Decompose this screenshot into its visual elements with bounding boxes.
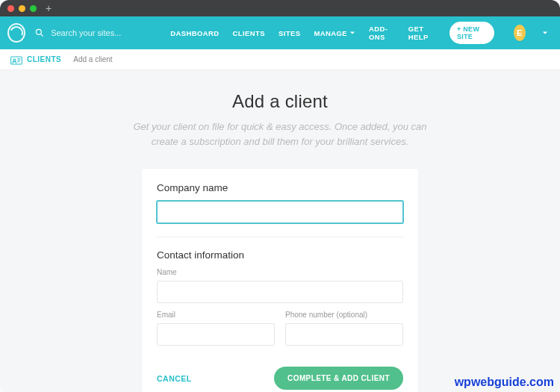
watermark: wpwebguide.com [455, 376, 554, 389]
browser-window: + DASHBOARD CLIENTS SITES MANAGE ADD-ONS… [0, 0, 560, 392]
breadcrumb-root[interactable]: CLIENTS [10, 55, 61, 65]
form-actions: CANCEL COMPLETE & ADD CLIENT [157, 362, 403, 390]
brand-logo-icon[interactable] [7, 23, 25, 43]
chevron-down-icon[interactable] [542, 30, 548, 36]
site-search [34, 28, 170, 38]
phone-input[interactable] [285, 323, 403, 346]
window-close-dot[interactable] [7, 5, 14, 12]
svg-point-3 [13, 59, 16, 61]
nav-manage[interactable]: MANAGE [314, 29, 355, 37]
page-title: Add a client [0, 91, 560, 112]
svg-line-1 [41, 34, 43, 37]
window-minimize-dot[interactable] [19, 5, 25, 12]
phone-label: Phone number (optional) [285, 311, 403, 319]
search-icon [34, 28, 51, 38]
email-input[interactable] [157, 323, 275, 346]
name-label: Name [157, 268, 403, 276]
window-titlebar: + [0, 0, 560, 16]
breadcrumb: CLIENTS Add a client [0, 49, 560, 70]
subtitle-line2: create a subscription and bill them for … [152, 136, 409, 147]
section-company-title: Company name [157, 182, 403, 193]
email-label: Email [157, 311, 275, 319]
new-tab-icon[interactable]: + [46, 3, 52, 13]
clients-icon [10, 55, 22, 65]
nav-sites[interactable]: SITES [279, 29, 300, 37]
cancel-button[interactable]: CANCEL [157, 374, 192, 383]
app-topbar: DASHBOARD CLIENTS SITES MANAGE ADD-ONS G… [0, 16, 560, 49]
section-contact-title: Contact information [157, 249, 403, 261]
nav-gethelp[interactable]: GET HELP [408, 25, 436, 41]
nav-dashboard[interactable]: DASHBOARD [170, 29, 219, 37]
page-subtitle: Get your client on file for quick & easy… [108, 119, 452, 149]
page-body: Add a client Get your client on file for… [0, 70, 560, 392]
subtitle-line1: Get your client on file for quick & easy… [133, 121, 426, 132]
company-name-input[interactable] [157, 201, 403, 223]
window-zoom-dot[interactable] [30, 5, 37, 12]
user-avatar[interactable]: E [514, 25, 526, 41]
chevron-down-icon [349, 30, 355, 36]
nav-addons[interactable]: ADD-ONS [369, 25, 395, 41]
svg-point-0 [36, 29, 41, 34]
nav-clients[interactable]: CLIENTS [233, 29, 265, 37]
new-site-button[interactable]: + NEW SITE [449, 22, 494, 44]
search-input[interactable] [51, 28, 170, 37]
main-nav: DASHBOARD CLIENTS SITES MANAGE ADD-ONS G… [170, 22, 548, 44]
nav-manage-label: MANAGE [314, 29, 347, 37]
add-client-form: Company name Contact information Name Em… [142, 169, 418, 392]
breadcrumb-root-label: CLIENTS [27, 55, 61, 63]
submit-button[interactable]: COMPLETE & ADD CLIENT [274, 367, 403, 390]
contact-name-input[interactable] [157, 281, 403, 303]
breadcrumb-current: Add a client [73, 55, 112, 63]
divider [157, 237, 403, 237]
